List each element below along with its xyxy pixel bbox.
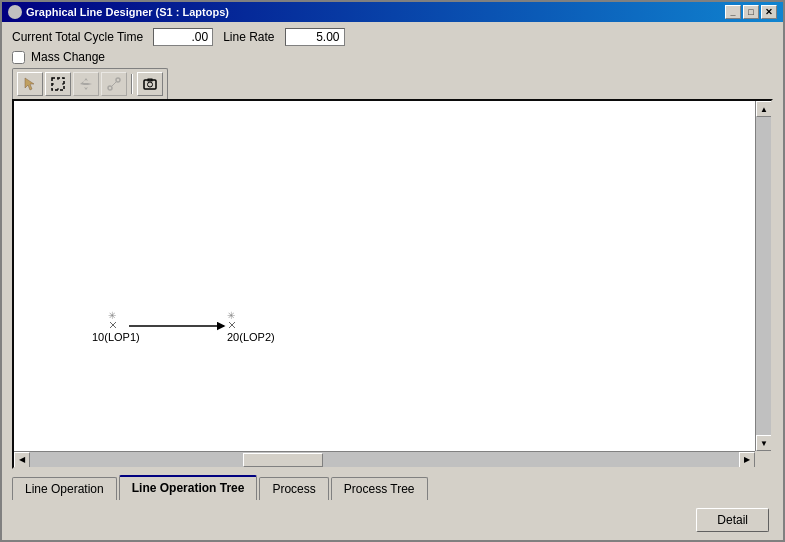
svg-text:✳: ✳ — [108, 310, 116, 321]
maximize-button[interactable]: □ — [743, 5, 759, 19]
cycle-time-label: Current Total Cycle Time — [12, 30, 143, 44]
cursor-tool-button[interactable] — [17, 72, 43, 96]
title-bar-left: Graphical Line Designer (S1 : Laptops) — [8, 5, 229, 19]
svg-text:✳: ✳ — [227, 310, 235, 321]
scroll-left-button[interactable]: ◀ — [14, 452, 30, 468]
bottom-area: Detail — [2, 500, 783, 540]
toolbar-area: Current Total Cycle Time Line Rate Mass … — [2, 22, 783, 68]
title-bar-controls: _ □ ✕ — [725, 5, 777, 19]
toolbar-buttons — [12, 68, 168, 99]
tabs-area: Line Operation Line Operation Tree Proce… — [2, 469, 783, 500]
svg-text:10(LOP1): 10(LOP1) — [92, 331, 140, 343]
svg-point-5 — [148, 82, 153, 87]
svg-point-2 — [116, 78, 120, 82]
window-icon — [8, 5, 22, 19]
move-tool-button[interactable] — [73, 72, 99, 96]
main-panel: 10(LOP1) 20(LOP2) ✳ ✳ ▲ ▼ ◀ ▶ — [2, 68, 783, 469]
toolbar-separator — [131, 74, 133, 94]
top-controls: Current Total Cycle Time Line Rate — [12, 28, 773, 46]
tab-line-operation[interactable]: Line Operation — [12, 477, 117, 500]
mass-change-checkbox[interactable] — [12, 51, 25, 64]
svg-line-3 — [112, 82, 117, 87]
detail-button[interactable]: Detail — [696, 508, 769, 532]
minimize-button[interactable]: _ — [725, 5, 741, 19]
line-rate-input[interactable] — [285, 28, 345, 46]
scroll-up-button[interactable]: ▲ — [756, 101, 772, 117]
scroll-down-button[interactable]: ▼ — [756, 435, 772, 451]
camera-tool-button[interactable] — [137, 72, 163, 96]
horizontal-scrollbar[interactable]: ◀ ▶ — [14, 451, 755, 467]
diagram-canvas: 10(LOP1) 20(LOP2) ✳ ✳ — [14, 101, 771, 467]
mass-change-row: Mass Change — [12, 50, 773, 64]
scroll-corner — [755, 451, 771, 467]
svg-text:20(LOP2): 20(LOP2) — [227, 331, 275, 343]
scroll-track-horizontal[interactable] — [30, 452, 739, 467]
mass-change-label: Mass Change — [31, 50, 105, 64]
tab-line-operation-tree[interactable]: Line Operation Tree — [119, 475, 258, 500]
connect-tool-button[interactable] — [101, 72, 127, 96]
cycle-time-input[interactable] — [153, 28, 213, 46]
vertical-scrollbar[interactable]: ▲ ▼ — [755, 101, 771, 451]
scroll-track-vertical[interactable] — [756, 117, 771, 435]
select-tool-button[interactable] — [45, 72, 71, 96]
tab-process-tree[interactable]: Process Tree — [331, 477, 428, 500]
canvas-container[interactable]: 10(LOP1) 20(LOP2) ✳ ✳ ▲ ▼ ◀ ▶ — [12, 99, 773, 469]
scroll-thumb-horizontal[interactable] — [243, 453, 323, 467]
line-rate-label: Line Rate — [223, 30, 274, 44]
close-button[interactable]: ✕ — [761, 5, 777, 19]
title-bar: Graphical Line Designer (S1 : Laptops) _… — [2, 2, 783, 22]
main-window: Graphical Line Designer (S1 : Laptops) _… — [0, 0, 785, 542]
svg-point-1 — [108, 86, 112, 90]
window-title: Graphical Line Designer (S1 : Laptops) — [26, 6, 229, 18]
tab-process[interactable]: Process — [259, 477, 328, 500]
scroll-right-button[interactable]: ▶ — [739, 452, 755, 468]
